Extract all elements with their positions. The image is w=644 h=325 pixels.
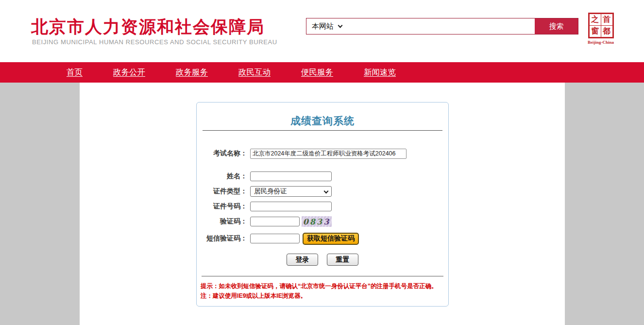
note-line: 注：建议使用IE9或以上版本IE浏览器。 [201,291,444,301]
site-search: 本网站 搜索 [306,18,578,34]
id-type-select[interactable]: 居民身份证 [250,186,332,197]
seal-char: 窗 [590,26,601,37]
nav-item-public-disclosure[interactable]: 政务公开 [113,67,145,78]
sms-code-input[interactable] [250,234,300,243]
login-button[interactable]: 登录 [287,254,318,266]
name-input[interactable] [250,171,332,181]
id-number-label: 证件号码： [197,202,247,211]
site-title: 北京市人力资源和社会保障局 [31,16,265,38]
seal-char: 之 [590,14,601,25]
sms-code-label: 短信验证码： [197,234,247,243]
captcha-row: 验证码： 0 8 3 3 [197,216,448,227]
nav-item-convenience-services[interactable]: 便民服务 [301,67,333,78]
nav-item-home[interactable]: 首页 [67,67,83,78]
captcha-digit: 8 [310,217,317,226]
score-query-panel: 成绩查询系统 考试名称： 姓名： 证件类型： 居民身份证 证件号码 [196,102,449,307]
exam-name-input[interactable] [250,149,407,159]
chevron-down-icon [338,23,343,28]
exam-name-label: 考试名称： [197,149,247,158]
title-divider [203,130,442,131]
captcha-digit: 3 [317,217,323,226]
sms-code-row: 短信验证码： 获取短信验证码 [197,233,448,244]
search-scope-dropdown[interactable]: 本网站 [306,18,348,34]
site-header: 北京市人力资源和社会保障局 BEIJING MUNICIPAL HUMAN RE… [0,0,644,62]
id-number-row: 证件号码： [197,201,448,212]
search-input[interactable] [348,18,535,34]
get-sms-code-button[interactable]: 获取短信验证码 [303,233,359,245]
nav-item-news[interactable]: 新闻速览 [364,67,396,78]
seal-caption: Beijing-China [587,40,614,45]
nav-item-public-interaction[interactable]: 政民互动 [238,67,271,78]
seal-char: 都 [601,26,612,37]
captcha-label: 验证码： [197,217,247,226]
id-type-label: 证件类型： [197,187,247,196]
id-type-selected-value: 居民身份证 [254,187,287,196]
page: 北京市人力资源和社会保障局 BEIJING MUNICIPAL HUMAN RE… [0,0,644,325]
name-label: 姓名： [197,172,247,181]
search-button[interactable]: 搜索 [535,18,578,34]
chevron-down-icon [324,188,329,193]
captcha-digit: 0 [303,217,310,226]
site-subtitle: BEIJING MUNICIPAL HUMAN RESOURCES AND SO… [32,38,277,46]
id-type-row: 证件类型： 居民身份证 [197,186,448,197]
capital-window-logo: 之 首 窗 都 Beijing-China [587,13,614,45]
page-title: 成绩查询系统 [197,114,448,128]
notes-divider [202,276,443,276]
form-actions: 登录 重置 [197,254,448,266]
search-scope-label: 本网站 [312,22,334,31]
captcha-image[interactable]: 0 8 3 3 [302,216,332,227]
id-number-input[interactable] [250,202,332,211]
form-notes: 提示：如未收到短信验证码，请确认“北京市统一身份认证平台”的注册手机号是否正确。… [201,281,444,301]
seal-char: 首 [601,14,612,25]
captcha-input[interactable] [250,217,300,226]
note-line: 提示：如未收到短信验证码，请确认“北京市统一身份认证平台”的注册手机号是否正确。 [201,281,444,291]
nav-item-government-services[interactable]: 政务服务 [176,67,208,78]
reset-button[interactable]: 重置 [327,254,358,266]
name-row: 姓名： [197,171,448,182]
exam-name-row: 考试名称： [197,148,448,159]
seal-icon: 之 首 窗 都 [588,13,614,38]
captcha-digit: 3 [323,217,330,226]
main-nav: 首页 政务公开 政务服务 政民互动 便民服务 新闻速览 [0,62,644,83]
